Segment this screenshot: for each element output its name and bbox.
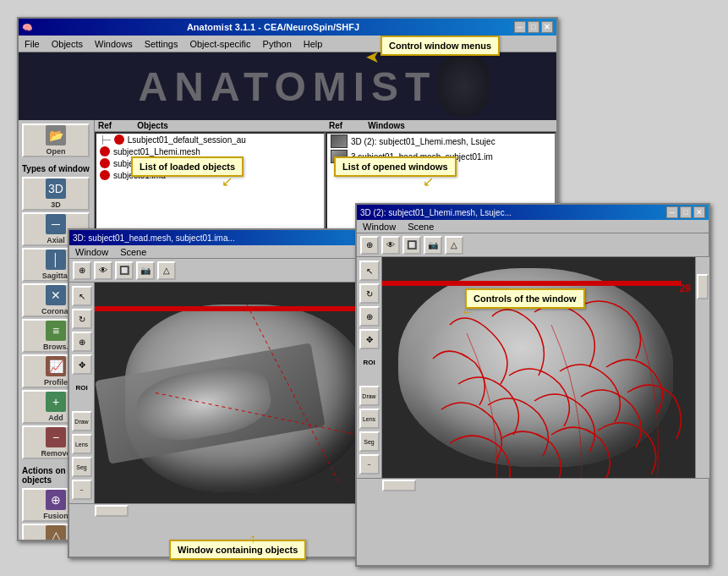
objects-header: Objects xyxy=(137,121,168,130)
object-name-2: subject01_Lhemi.mesh xyxy=(113,147,200,156)
sub-menu-window-1[interactable]: Window xyxy=(73,246,111,258)
objects-ref-header: Ref xyxy=(98,121,112,130)
arrow-loaded-objects: ↙ xyxy=(222,173,233,189)
sagittal-icon: │ xyxy=(46,250,66,270)
right-scroll-2[interactable] xyxy=(695,257,709,478)
list-item[interactable]: 3D (2): subject01_Lhemi.mesh, Lsujec xyxy=(327,134,555,149)
seg-btn-1[interactable]: Seg xyxy=(72,457,92,477)
arrow-controls-window: ← xyxy=(461,304,474,320)
translate-btn-2[interactable]: ✥ xyxy=(359,329,380,349)
menu-file[interactable]: File xyxy=(22,38,42,50)
sub-title-btns-2: ─ □ ✕ xyxy=(666,206,705,218)
side-controls-2: ↖ ↻ ⊕ ✥ ROI Draw Lens Seg ~ xyxy=(357,257,382,478)
sub-window-2-title: 3D (2): subject01_Lhemi.mesh, Lsujec... xyxy=(360,208,512,217)
profile-icon: 📈 xyxy=(46,356,66,376)
sub-menu-bar-2: Window Scene xyxy=(357,220,709,233)
draw-btn-2[interactable]: Draw xyxy=(359,386,380,406)
menu-object-specific[interactable]: Object-specific xyxy=(187,38,253,50)
draw-btn-1[interactable]: Draw xyxy=(72,411,92,431)
rotate-btn-1[interactable]: ↻ xyxy=(72,309,92,329)
menu-help[interactable]: Help xyxy=(301,38,326,50)
sagittal-label: Sagittal xyxy=(42,272,70,280)
dashed-lines-1 xyxy=(95,283,399,503)
cursor-btn-2[interactable]: ↖ xyxy=(359,261,380,281)
toolbar-btn-2e[interactable]: △ xyxy=(445,236,463,255)
title-bar-buttons: ─ □ ✕ xyxy=(514,21,553,33)
object-icon-4 xyxy=(100,170,110,180)
arrow-opened-windows: ↙ xyxy=(423,173,434,189)
minimize-button[interactable]: ─ xyxy=(514,21,526,33)
sub-window-2: 3D (2): subject01_Lhemi.mesh, Lsujec... … xyxy=(355,203,710,567)
object-icon-1 xyxy=(114,134,124,145)
sub-minimize-2[interactable]: ─ xyxy=(666,206,678,218)
object-name-1: Lsubject01_default_session_au xyxy=(128,135,246,145)
toolbar-btn-2c[interactable]: 🔲 xyxy=(402,236,421,255)
logo-text: ANATOMIST xyxy=(139,63,437,110)
toolbar-btn-1[interactable]: ⊕ xyxy=(73,261,91,280)
sub-close-2[interactable]: ✕ xyxy=(693,206,705,218)
open-button[interactable]: 📂 Open xyxy=(22,123,90,157)
main-title-bar: 🧠 Anatomist 3.1.1 - CEA/NeuroSpin/SHFJ ─… xyxy=(19,19,556,36)
object-icon-3 xyxy=(100,158,110,168)
list-item[interactable]: subject01_Lhemi.mesh xyxy=(96,145,324,157)
main-window-icon: 🧠 xyxy=(22,23,32,32)
menu-python[interactable]: Python xyxy=(260,38,294,50)
toolbar-btn-4[interactable]: 📷 xyxy=(136,261,155,280)
scroll-horiz-2[interactable] xyxy=(357,478,709,491)
sub-menu-scene-2[interactable]: Scene xyxy=(405,221,436,233)
zoom-btn-1[interactable]: ⊕ xyxy=(72,332,92,352)
noise-btn-2[interactable]: ~ xyxy=(359,454,380,475)
axial-label: Axial xyxy=(47,236,65,244)
close-button[interactable]: ✕ xyxy=(541,21,553,33)
3d-icon: 3D xyxy=(46,178,66,199)
scroll-vert-2[interactable] xyxy=(696,257,709,478)
arrow-window-objects: ↑ xyxy=(249,531,256,546)
list-item[interactable]: ├─ Lsubject01_default_session_au xyxy=(96,134,324,145)
menu-windows[interactable]: Windows xyxy=(92,38,135,50)
menu-objects[interactable]: Objects xyxy=(49,38,85,50)
toolbar-btn-2[interactable]: 👁 xyxy=(94,261,112,280)
noise-btn-1[interactable]: ~ xyxy=(72,480,92,500)
rotate-btn-2[interactable]: ↻ xyxy=(359,283,380,304)
toolbar-btn-2a[interactable]: ⊕ xyxy=(360,236,379,255)
3d-label: 3D xyxy=(51,200,61,209)
toolbar-btn-2d[interactable]: 📷 xyxy=(424,236,442,255)
roi-label-1: ROI xyxy=(75,384,87,392)
sub-toolbar-2: ⊕ 👁 🔲 📷 △ xyxy=(357,233,709,257)
scroll-handle-h-1[interactable] xyxy=(95,505,129,517)
remove-icon: − xyxy=(46,427,66,447)
add-label: Add xyxy=(48,414,63,422)
lens-btn-1[interactable]: Lens xyxy=(72,434,92,454)
logo-area: ANATOMIST xyxy=(19,52,556,120)
scroll-handle-h-2[interactable] xyxy=(382,480,416,491)
menu-settings[interactable]: Settings xyxy=(142,38,181,50)
lens-btn-2[interactable]: Lens xyxy=(359,409,380,429)
axial-icon: ─ xyxy=(46,214,66,234)
brows-label: Brows. xyxy=(43,343,68,351)
windows-ref-header: Ref xyxy=(329,121,342,130)
tree-icon: ├─ xyxy=(100,135,111,144)
sub-title-bar-2: 3D (2): subject01_Lhemi.mesh, Lsujec... … xyxy=(357,205,709,220)
cursor-btn-1[interactable]: ↖ xyxy=(72,286,92,306)
sub-menu-window-2[interactable]: Window xyxy=(360,221,398,233)
zoom-btn-2[interactable]: ⊕ xyxy=(359,306,380,326)
seg-btn-2[interactable]: Seg xyxy=(359,431,380,452)
fusion-icon: ⊕ xyxy=(46,490,66,510)
toolbar-btn-3[interactable]: 🔲 xyxy=(115,261,134,280)
toolbar-btn-5[interactable]: △ xyxy=(157,261,176,280)
translate-btn-1[interactable]: ✥ xyxy=(72,354,92,375)
sub-maximize-2[interactable]: □ xyxy=(680,206,692,218)
maximize-button[interactable]: □ xyxy=(528,21,539,33)
toolbar-btn-2b[interactable]: 👁 xyxy=(381,236,400,255)
open-label: Open xyxy=(46,147,65,156)
scroll-handle-2[interactable] xyxy=(697,274,709,299)
sub-window-1-title: 3D: subject01_head.mesh, subject01.ima..… xyxy=(73,233,235,243)
btn-3d[interactable]: 3D 3D xyxy=(22,177,90,211)
remove-label: Remove xyxy=(41,449,70,458)
fusion-label: Fusion xyxy=(43,512,68,520)
sub-menu-scene-1[interactable]: Scene xyxy=(118,246,149,258)
svg-line-1 xyxy=(156,393,369,437)
roi-label-2: ROI xyxy=(363,359,375,366)
coronal-label: Coronal xyxy=(41,307,70,315)
red-bar-2 xyxy=(382,281,681,286)
